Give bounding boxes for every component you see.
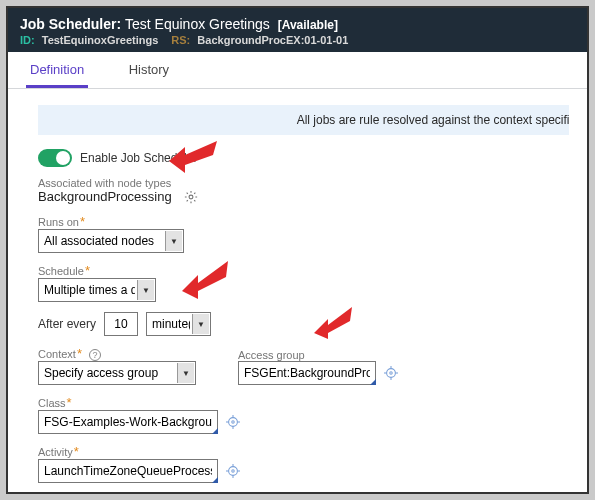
title-row: Job Scheduler: Test Equinox Greetings [A…: [20, 16, 575, 32]
title-status: [Available]: [278, 18, 338, 32]
unit-select[interactable]: minute(s): [146, 312, 211, 336]
tab-definition[interactable]: Definition: [26, 52, 88, 88]
meta-row: ID: TestEquinoxGreetings RS: BackgroundP…: [20, 34, 575, 46]
header-bar: Job Scheduler: Test Equinox Greetings [A…: [8, 8, 587, 52]
svg-point-1: [387, 369, 396, 378]
svg-point-0: [189, 195, 193, 199]
target-icon[interactable]: [226, 464, 240, 478]
schedule-select[interactable]: Multiple times a day: [38, 278, 156, 302]
target-icon[interactable]: [384, 366, 398, 380]
rs-value: BackgroundProcEX:01-01-01: [197, 34, 348, 46]
class-input[interactable]: [38, 410, 218, 434]
content-area: Enable Job Scheduler Associated with nod…: [8, 147, 587, 494]
help-icon[interactable]: ?: [89, 349, 101, 361]
info-text: All jobs are rule resolved against the c…: [297, 113, 569, 127]
context-label: Context ?: [38, 346, 196, 361]
schedule-label: Schedule: [38, 263, 569, 278]
target-icon[interactable]: [226, 415, 240, 429]
svg-point-2: [390, 372, 392, 374]
enable-label: Enable Job Scheduler: [80, 151, 197, 165]
activity-label: Activity: [38, 444, 569, 459]
svg-point-14: [232, 470, 234, 472]
rs-label: RS:: [171, 34, 190, 46]
access-group-input[interactable]: [238, 361, 376, 385]
context-select[interactable]: Specify access group: [38, 361, 196, 385]
assoc-value: BackgroundProcessing: [38, 189, 172, 204]
svg-point-7: [229, 418, 238, 427]
assoc-label: Associated with node types: [38, 177, 172, 189]
runs-on-label: Runs on: [38, 214, 569, 229]
id-label: ID:: [20, 34, 35, 46]
parameters-link[interactable]: Parameters: [38, 493, 569, 494]
svg-point-13: [229, 467, 238, 476]
info-bar: All jobs are rule resolved against the c…: [38, 105, 569, 135]
runs-on-select[interactable]: All associated nodes: [38, 229, 184, 253]
activity-input[interactable]: [38, 459, 218, 483]
after-every-label: After every: [38, 317, 96, 331]
svg-point-8: [232, 421, 234, 423]
title-name: Test Equinox Greetings: [125, 16, 270, 32]
class-label: Class: [38, 395, 569, 410]
tab-strip: Definition History: [8, 52, 587, 89]
gear-icon[interactable]: [184, 190, 198, 204]
id-value: TestEquinoxGreetings: [42, 34, 159, 46]
tab-history[interactable]: History: [125, 52, 173, 85]
interval-input[interactable]: [104, 312, 138, 336]
enable-toggle[interactable]: [38, 149, 72, 167]
title-prefix: Job Scheduler:: [20, 16, 121, 32]
access-group-label: Access group: [238, 349, 398, 361]
